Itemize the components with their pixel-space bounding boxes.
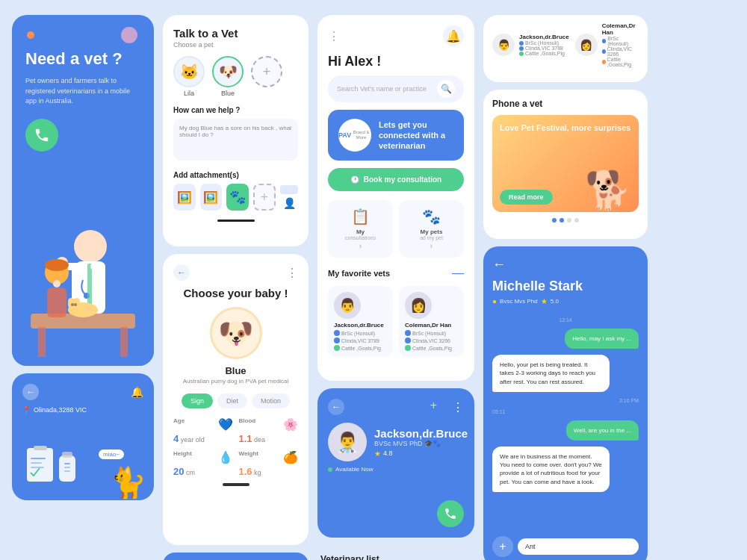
back-button[interactable]: ← bbox=[22, 384, 39, 400]
search-icon: 🔍 bbox=[441, 84, 452, 94]
book-consultation-button[interactable]: 🕐 Book my consultation bbox=[328, 168, 464, 191]
hi-alex-title: Hi Alex ! bbox=[328, 54, 464, 69]
svg-rect-2 bbox=[120, 327, 128, 357]
chat-back-button[interactable]: ← bbox=[492, 257, 506, 272]
pet-avatars-row: 🐱 Lila 🐶 Blue + bbox=[173, 56, 298, 97]
back-icon-jackson: ← bbox=[332, 402, 341, 412]
pav-description: Lets get you connected with a veterinari… bbox=[379, 119, 453, 152]
svg-rect-30 bbox=[64, 467, 70, 468]
stat-height-label: Height bbox=[173, 450, 192, 457]
chat-badge-text: Bvsc Mvs Phd bbox=[500, 298, 538, 305]
book-btn-label: Book my consultation bbox=[364, 175, 441, 184]
jackson-menu-dots[interactable]: ⋮ bbox=[452, 400, 464, 414]
chat-input-row: + bbox=[492, 536, 639, 557]
bell-button[interactable]: 🔔 bbox=[443, 25, 464, 46]
quick-action-consultations[interactable]: 📋 My consultations › bbox=[328, 200, 393, 258]
talk-vet-subtitle: Choose a pet bbox=[173, 41, 298, 49]
fav-vets-minus-button[interactable]: — bbox=[452, 267, 464, 280]
chat-input[interactable] bbox=[518, 538, 639, 555]
decorative-dot-orange bbox=[27, 31, 34, 39]
stat-age-label: Age bbox=[173, 417, 185, 424]
svg-point-20 bbox=[71, 303, 74, 306]
svg-rect-25 bbox=[31, 462, 42, 464]
stat-blood-label: Blood bbox=[239, 417, 256, 424]
baby-pet-name: Blue bbox=[225, 365, 246, 376]
available-dot bbox=[328, 467, 332, 472]
phone-button[interactable] bbox=[25, 119, 58, 152]
vet-jackson-info1: BrSc (Honsuli) bbox=[334, 330, 387, 336]
quick-action-pets[interactable]: 🐾 My pets ad my pet › bbox=[399, 200, 464, 258]
vet-coleman-info2: Clinda,VIC 3266 bbox=[405, 337, 458, 343]
chat-rating: 5.0 bbox=[551, 298, 559, 305]
stat-blood-icon: 🌸 bbox=[283, 417, 298, 432]
pet-avatar-img-lila: 🐱 bbox=[173, 56, 205, 87]
vet-card-coleman[interactable]: 👩 Coleman,Dr Han BrSc (Honsuli) Clinda,V… bbox=[399, 286, 464, 357]
stat-weight-icon: 🍊 bbox=[283, 450, 298, 464]
scroll-indicator bbox=[217, 220, 255, 222]
chat-bubble-recv-2: We are in business at the moment. You ne… bbox=[492, 447, 610, 492]
pet-avatar-blue[interactable]: 🐶 Blue bbox=[212, 56, 244, 97]
stat-blood: Blood 🌸 1.1 dea bbox=[239, 417, 299, 444]
pav-card: PAV Brand & More Lets get you connected … bbox=[328, 110, 464, 161]
check-pet-health-bar[interactable]: 👩‍⚕️ Check Pet Health Dr. Lily P › bbox=[163, 553, 309, 560]
vet-row-item-jackson[interactable]: 👨 Jackson,dr.Bruce BrSc (Honsuli) Clinda… bbox=[492, 22, 569, 67]
bell-icon[interactable]: 🔔 bbox=[131, 386, 143, 398]
chat-messages: 12:14 Hello, may I ask my ... Hello, you… bbox=[492, 317, 639, 492]
pet-avatar-name-lila: Lila bbox=[184, 90, 194, 97]
attach-add-button[interactable]: + bbox=[253, 184, 276, 211]
back-icon: ← bbox=[26, 387, 35, 397]
vet-row-avatar-jackson: 👨 bbox=[492, 34, 515, 56]
search-bar[interactable]: Search Vet's name or practice 🔍 bbox=[328, 75, 464, 102]
baby-pet-desc: Australian pumy dog in PVA pet medical bbox=[183, 378, 289, 385]
pet-avatar-lila[interactable]: 🐱 Lila bbox=[173, 56, 205, 97]
vet-row-item-coleman[interactable]: 👩 Coleman,Dr Han BrSc (Honsuli) Clinda,V… bbox=[575, 22, 639, 67]
menu-dots[interactable]: ⋮ bbox=[328, 29, 341, 43]
tab-motion[interactable]: Motion bbox=[252, 393, 290, 408]
svg-point-3 bbox=[74, 230, 107, 263]
quick-action-sub-consultations: consultations bbox=[334, 235, 387, 240]
stat-blood-value: 1.1 dea bbox=[239, 433, 299, 444]
miao-bubble: miao~ bbox=[99, 449, 124, 459]
back-button-jackson[interactable]: ← bbox=[328, 399, 344, 415]
vet-card-jackson[interactable]: 👨 Jackson,dr.Bruce BrSc (Honsuli) Clinda… bbox=[328, 286, 393, 357]
pet-avatar-add[interactable]: + bbox=[251, 56, 282, 97]
attach-thumb-paw: 🐾 bbox=[226, 184, 249, 211]
svg-rect-24 bbox=[31, 458, 46, 459]
pet-avatar-add-btn[interactable]: + bbox=[251, 56, 282, 87]
three-dots-menu[interactable]: ⋮ bbox=[286, 266, 298, 280]
vet-list-labels: Veterinary list Choose more veterinarian… bbox=[317, 545, 474, 560]
available-text: Available Now bbox=[335, 466, 374, 473]
chat-bubble-recv-1: Hello, your pet is being treated. It tak… bbox=[492, 355, 610, 392]
quick-action-arrow-1: › bbox=[334, 242, 387, 250]
stat-age-icon: 💙 bbox=[218, 417, 233, 432]
call-jackson-button[interactable] bbox=[437, 500, 464, 527]
dot-1 bbox=[552, 218, 557, 223]
dot-3 bbox=[567, 218, 571, 223]
jackson-degree: BVSc MVS PhD 🎓🐾 bbox=[374, 440, 468, 447]
help-textarea[interactable]: My dog Blue has a sore on his back , wha… bbox=[173, 119, 298, 161]
card-vet-list-top: 👨 Jackson,dr.Bruce BrSc (Honsuli) Clinda… bbox=[483, 15, 648, 82]
banner-text: Love Pet Festival, more surprises bbox=[500, 122, 630, 133]
stat-age-value: 4 year old bbox=[173, 433, 233, 444]
read-more-button[interactable]: Read more bbox=[500, 190, 553, 205]
cat-emoji: 🐈 bbox=[109, 465, 146, 500]
tab-sign[interactable]: Sign bbox=[182, 393, 213, 408]
consultations-icon: 📋 bbox=[334, 208, 387, 225]
badge-star-icon: ● bbox=[492, 297, 497, 305]
vet-row-info2-coleman: Clinda,VIC 3266 bbox=[602, 46, 639, 57]
back-button-2[interactable]: ← bbox=[173, 264, 190, 281]
quick-action-label-my: My bbox=[334, 228, 387, 235]
location-text: Olinada,3288 VIC bbox=[34, 406, 87, 414]
svg-point-13 bbox=[45, 259, 69, 271]
talk-vet-title: Talk to a Vet bbox=[173, 27, 298, 40]
search-button[interactable]: 🔍 bbox=[437, 80, 455, 98]
chat-add-button[interactable]: + bbox=[492, 536, 513, 557]
choose-baby-title: Choose your baby ! bbox=[173, 287, 298, 299]
pav-logo-text: PAV bbox=[338, 131, 351, 140]
need-vet-title: Need a vet ? bbox=[25, 49, 140, 69]
tab-diet[interactable]: Diet bbox=[217, 393, 247, 408]
svg-rect-1 bbox=[38, 327, 46, 357]
vet-row-name-coleman: Coleman,Dr Han bbox=[602, 22, 639, 36]
svg-point-14 bbox=[53, 280, 61, 287]
chat-time-2: 3:16 PM bbox=[492, 398, 639, 403]
